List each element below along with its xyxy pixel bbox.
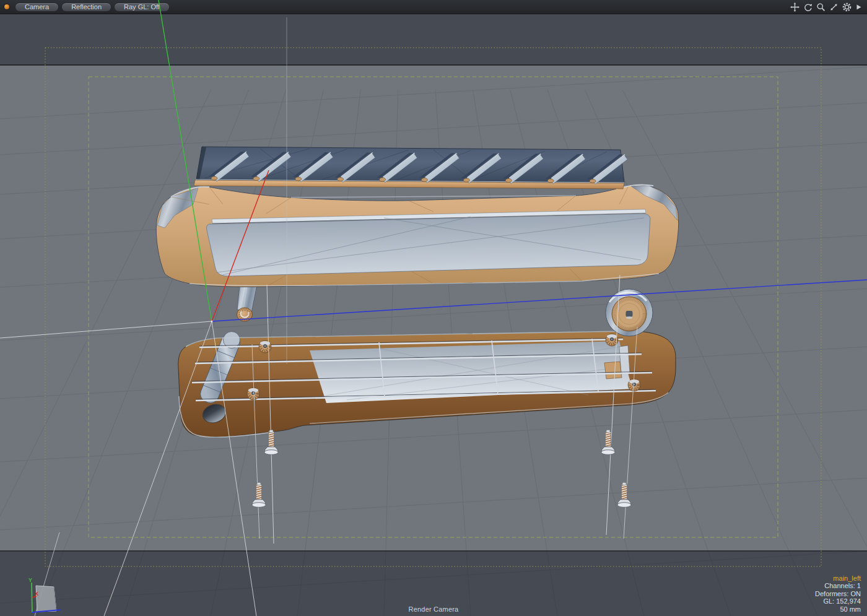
3d-viewport[interactable] <box>0 14 867 616</box>
viewport-menu-dot-icon[interactable] <box>4 4 9 9</box>
zoom-tool-icon[interactable] <box>816 2 826 12</box>
settings-gear-icon[interactable] <box>842 2 852 12</box>
fit-view-icon[interactable] <box>829 2 839 12</box>
viewport-stats: main_left Channels: 1 Deformers: ON GL: … <box>815 575 861 613</box>
expand-panel-icon[interactable] <box>855 2 862 12</box>
focal-length-readout: 50 mm <box>815 605 861 613</box>
camera-view-button[interactable]: Camera <box>15 2 59 12</box>
reflection-button[interactable]: Reflection <box>61 2 111 12</box>
toolbar-icon-group <box>790 2 867 12</box>
deformers-readout: Deformers: ON <box>815 590 861 597</box>
move-tool-icon[interactable] <box>790 2 799 12</box>
ray-gl-button[interactable]: Ray GL: Off <box>114 2 170 12</box>
camera-name-label: Render Camera <box>0 605 867 613</box>
rotate-tool-icon[interactable] <box>803 2 813 12</box>
gl-polycount-readout: GL: 152,974 <box>815 597 861 605</box>
channels-readout: Channels: 1 <box>815 582 861 589</box>
active-item-name: main_left <box>815 575 861 582</box>
viewport-toolbar: Camera Reflection Ray GL: Off <box>0 0 867 14</box>
